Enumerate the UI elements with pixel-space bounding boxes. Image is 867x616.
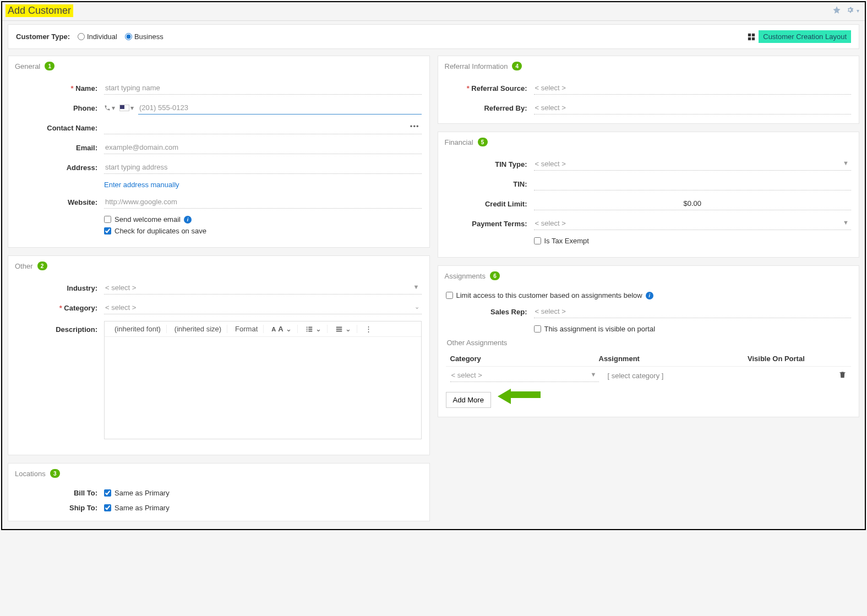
phone-input[interactable] — [138, 101, 422, 115]
assignment-placeholder: [ select category ] — [608, 372, 664, 380]
panel-title: General — [15, 62, 40, 70]
favorite-star-icon[interactable] — [832, 6, 841, 16]
svg-rect-4 — [306, 326, 307, 328]
rte-more-icon[interactable]: ⋮ — [359, 325, 378, 333]
svg-rect-9 — [308, 330, 312, 331]
panel-locations: Locations 3 Bill To: Same as Primary Shi… — [8, 463, 430, 521]
rte-format-select[interactable]: Format — [230, 325, 264, 333]
svg-rect-11 — [336, 329, 342, 330]
tax-exempt-label: Is Tax Exempt — [544, 237, 589, 245]
enter-address-manually-link[interactable]: Enter address manually — [104, 181, 179, 189]
rte-text-style-icon[interactable]: AA ⌄ — [266, 325, 297, 333]
industry-label: Industry: — [16, 284, 104, 292]
phone-type-icon[interactable]: ▾ — [104, 104, 115, 112]
svg-rect-1 — [752, 33, 755, 36]
assignment-category-select[interactable] — [450, 369, 599, 382]
svg-rect-6 — [306, 329, 307, 330]
shipto-same-checkbox[interactable] — [104, 504, 111, 511]
panel-assignments: Assignments 6 Limit access to this custo… — [438, 265, 860, 417]
tin-input[interactable] — [534, 177, 852, 190]
col-category: Category — [450, 355, 599, 363]
category-label: Category: — [16, 304, 104, 312]
rte-size-select[interactable]: (inherited size) — [169, 325, 227, 333]
radio-individual[interactable]: Individual — [78, 32, 117, 41]
delete-row-icon[interactable] — [838, 372, 847, 380]
address-label: Address: — [16, 163, 104, 172]
contact-name-input[interactable] — [104, 121, 422, 134]
tin-type-select[interactable] — [534, 157, 852, 171]
send-welcome-checkbox[interactable] — [104, 216, 111, 223]
shipto-same-label: Same as Primary — [114, 504, 170, 512]
panel-title: Referral Information — [445, 62, 508, 70]
svg-rect-5 — [308, 326, 312, 328]
description-label: Description: — [16, 321, 104, 334]
category-select[interactable] — [104, 301, 422, 314]
svg-rect-0 — [748, 33, 751, 36]
industry-select[interactable] — [104, 281, 422, 295]
phone-label: Phone: — [16, 104, 104, 112]
referral-source-label: Referral Source: — [446, 84, 534, 92]
name-input[interactable] — [104, 81, 422, 95]
credit-limit-input[interactable] — [534, 197, 852, 210]
visible-on-portal-label: This assignment is visible on portal — [544, 325, 656, 333]
panel-financial: Financial 5 TIN Type: ▼ TIN: — [438, 132, 860, 258]
step-badge-6: 6 — [490, 271, 500, 280]
col-assignment: Assignment — [599, 355, 748, 363]
referred-by-select[interactable] — [534, 101, 852, 115]
settings-gear-icon[interactable] — [846, 6, 854, 16]
check-duplicates-checkbox[interactable] — [104, 227, 111, 235]
email-label: Email: — [16, 144, 104, 152]
assignment-row: ▼ [ select category ] — [446, 367, 852, 384]
info-icon[interactable]: i — [184, 216, 192, 223]
info-icon[interactable]: i — [646, 292, 653, 299]
step-badge-4: 4 — [512, 62, 522, 70]
rte-align-icon[interactable]: ⌄ — [330, 325, 357, 333]
annotation-arrow-icon — [498, 389, 541, 404]
svg-rect-10 — [336, 326, 342, 328]
step-badge-1: 1 — [45, 62, 54, 70]
limit-access-checkbox[interactable] — [446, 292, 453, 299]
billto-same-checkbox[interactable] — [104, 489, 111, 497]
description-textarea[interactable] — [105, 337, 421, 439]
sales-rep-label: Sales Rep: — [446, 308, 534, 316]
svg-rect-8 — [306, 330, 307, 331]
sales-rep-select[interactable] — [534, 305, 852, 318]
layout-grid-icon — [748, 33, 755, 41]
website-label: Website: — [16, 198, 104, 206]
country-flag-icon[interactable]: ▾ — [119, 104, 134, 112]
name-label: Name: — [16, 84, 104, 92]
customer-creation-layout-button[interactable]: Customer Creation Layout — [759, 30, 851, 43]
rte-font-select[interactable]: (inherited font) — [109, 325, 167, 333]
svg-rect-7 — [308, 329, 312, 330]
page-title: Add Customer — [6, 4, 73, 17]
step-badge-5: 5 — [478, 138, 488, 146]
email-input[interactable] — [104, 141, 422, 154]
website-input[interactable] — [104, 195, 422, 209]
limit-access-label: Limit access to this customer based on a… — [456, 291, 642, 299]
rte-list-icon[interactable]: ⌄ — [300, 325, 328, 333]
customer-type-label: Customer Type: — [16, 32, 70, 41]
referral-source-select[interactable] — [534, 81, 852, 95]
add-more-button[interactable]: Add More — [446, 392, 491, 408]
contact-ellipsis-icon[interactable]: ••• — [410, 122, 419, 130]
settings-caret-icon[interactable]: ▾ — [857, 8, 859, 14]
tax-exempt-checkbox[interactable] — [534, 237, 541, 244]
svg-rect-3 — [752, 37, 755, 40]
tin-type-label: TIN Type: — [446, 160, 534, 168]
payment-terms-label: Payment Terms: — [446, 220, 534, 228]
panel-referral: Referral Information 4 Referral Source: … — [438, 56, 860, 124]
step-badge-3: 3 — [50, 469, 60, 478]
step-badge-2: 2 — [37, 261, 47, 270]
col-visible: Visible On Portal — [748, 355, 830, 363]
radio-business[interactable]: Business — [125, 32, 163, 41]
referred-by-label: Referred By: — [446, 104, 534, 112]
address-input[interactable] — [104, 161, 422, 174]
check-duplicates-label: Check for duplicates on save — [114, 227, 206, 235]
billto-label: Bill To: — [16, 489, 104, 497]
shipto-label: Ship To: — [16, 504, 104, 512]
panel-title: Financial — [445, 138, 473, 146]
billto-same-label: Same as Primary — [114, 489, 170, 497]
payment-terms-select[interactable] — [534, 217, 852, 230]
visible-on-portal-checkbox[interactable] — [534, 325, 541, 332]
send-welcome-label: Send welcome email — [114, 215, 181, 223]
